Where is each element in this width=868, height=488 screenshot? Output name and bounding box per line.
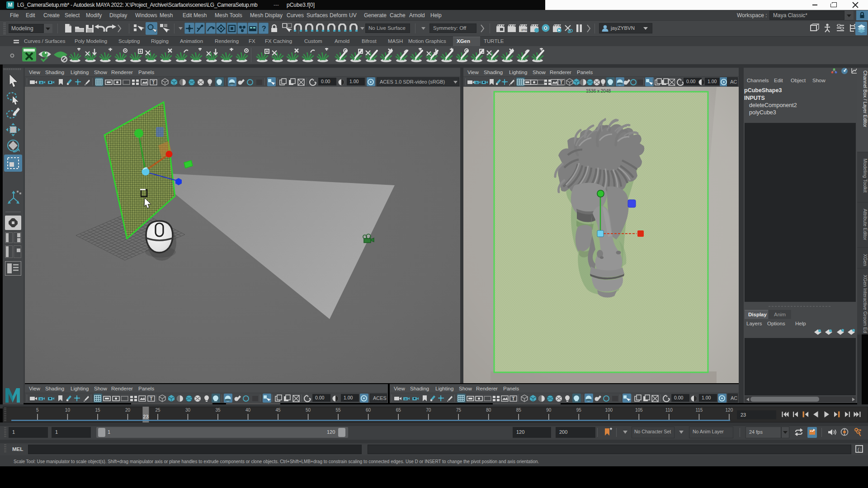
- svg-text:115: 115: [695, 408, 703, 413]
- svg-text:105: 105: [635, 408, 643, 413]
- svg-text:95: 95: [576, 408, 582, 413]
- svg-text:10: 10: [65, 408, 71, 413]
- svg-text:55: 55: [336, 408, 341, 413]
- svg-text:20: 20: [125, 408, 131, 413]
- svg-text:35: 35: [215, 408, 221, 413]
- svg-text:?: ?: [262, 25, 266, 33]
- svg-text:T: T: [560, 80, 563, 85]
- svg-text:{:}: {:}: [857, 448, 863, 452]
- svg-text:75: 75: [456, 408, 462, 413]
- svg-text:40: 40: [245, 408, 251, 413]
- svg-text:IPR: IPR: [521, 28, 528, 32]
- svg-text:T: T: [150, 396, 153, 401]
- svg-text:T: T: [512, 396, 515, 401]
- svg-text:90: 90: [546, 408, 552, 413]
- svg-text:30: 30: [185, 408, 191, 413]
- svg-text:a: a: [405, 397, 407, 401]
- svg-text:100: 100: [605, 408, 613, 413]
- svg-text:a: a: [476, 80, 478, 84]
- svg-text:110: 110: [665, 408, 673, 413]
- svg-text:120: 120: [726, 408, 733, 413]
- svg-text:65: 65: [396, 408, 401, 413]
- svg-text:5: 5: [36, 408, 39, 413]
- svg-text:25: 25: [155, 408, 160, 413]
- svg-text:15: 15: [95, 408, 100, 413]
- svg-text:45: 45: [276, 408, 281, 413]
- svg-text:70: 70: [426, 408, 431, 413]
- svg-text:a: a: [40, 80, 42, 84]
- svg-text:a: a: [40, 397, 42, 401]
- svg-text:85: 85: [516, 408, 522, 413]
- svg-text:60: 60: [366, 408, 371, 413]
- svg-text:80: 80: [486, 408, 491, 413]
- svg-text:23: 23: [143, 414, 148, 419]
- svg-text:T: T: [152, 80, 155, 85]
- svg-text:50: 50: [306, 408, 311, 413]
